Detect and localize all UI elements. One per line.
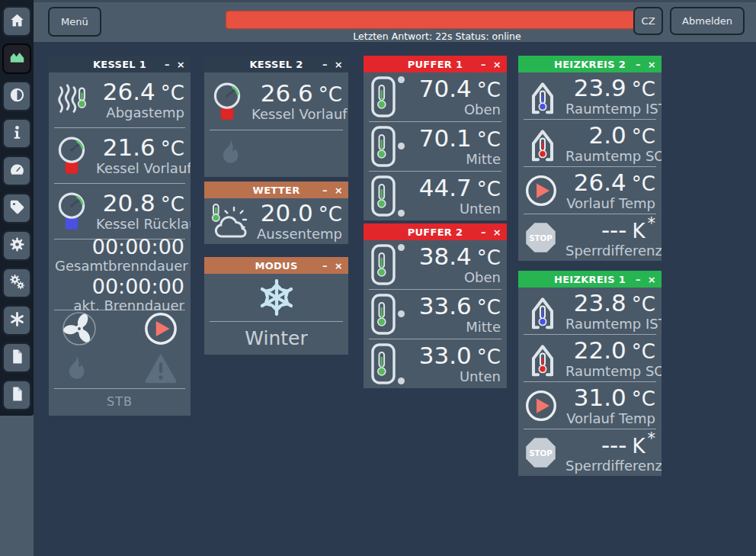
sensor-row: ---K*Sperrdifferenz — [518, 429, 662, 476]
sensor-value: --- — [601, 431, 627, 458]
sidebar-item-contrast[interactable] — [2, 81, 31, 111]
boiler-status-icons — [204, 130, 348, 176]
panel-title: PUFFER 1 — [408, 59, 463, 70]
stop-icon — [524, 436, 565, 469]
sensor-unit: °C — [477, 345, 501, 368]
sensor-label: Unten — [411, 370, 501, 384]
minimize-button[interactable]: – — [636, 59, 641, 69]
sensor-value: 26.6 — [261, 79, 313, 107]
sidebar-item-info[interactable] — [2, 118, 31, 149]
sensor-label: Oben — [411, 103, 501, 117]
panel-header[interactable]: HEIZKREIS 2 –× — [518, 56, 662, 72]
sensor-label: Kessel Rücklauf — [96, 217, 184, 231]
close-button[interactable]: × — [493, 227, 501, 237]
close-button[interactable]: × — [493, 59, 501, 69]
sidebar-item-dashboard[interactable] — [2, 156, 31, 186]
minimize-button[interactable]: – — [322, 261, 328, 271]
weather-icon — [210, 203, 256, 239]
panel-header[interactable]: WETTER –× — [204, 182, 348, 198]
sensor-row: 33.6°CMitte — [364, 290, 507, 339]
sidebar-item-system-settings[interactable] — [2, 268, 31, 298]
sensor-value: 38.4 — [419, 243, 472, 270]
sensor-label: Mitte — [411, 320, 501, 334]
pump-play-icon — [143, 311, 178, 349]
panel-header[interactable]: KESSEL 1 –× — [49, 56, 191, 72]
panel-header[interactable]: PUFFER 2 –× — [364, 223, 507, 240]
sensor-value: 20.8 — [103, 189, 155, 217]
panel-title: PUFFER 2 — [408, 227, 463, 238]
sensor-row: 33.0°CUnten — [364, 339, 507, 388]
fan-icon — [61, 310, 120, 350]
sensor-value: 22.0 — [574, 336, 626, 364]
menu-button[interactable]: Menü — [48, 7, 101, 37]
buffer-tank-bottom-icon — [370, 342, 411, 385]
house-thermometer-blue-icon — [524, 291, 565, 331]
sensor-unit: °C — [319, 83, 342, 106]
close-button[interactable]: × — [335, 261, 343, 271]
sidebar-item-overview[interactable] — [2, 43, 31, 74]
minimize-button[interactable]: – — [481, 59, 486, 69]
sensor-row: 21.6°CKessel Vorlauf — [49, 128, 191, 183]
response-progress-bar — [226, 11, 649, 29]
panel-heizkreis-2: HEIZKREIS 2 –× 23.9°CRaumtemp IST 2.0°CR… — [518, 56, 662, 261]
panel-wetter: WETTER –× 20.0°CAussentemp — [204, 182, 348, 244]
sidebar-item-log-2[interactable] — [2, 380, 31, 410]
sidebar-item-mode[interactable] — [2, 305, 31, 336]
sensor-label: Kessel Vorlauf — [96, 162, 184, 175]
sensor-label: Vorlauf Temp — [565, 197, 655, 211]
sensor-value: 70.1 — [419, 124, 472, 152]
sensor-label: Raumtemp IST — [565, 102, 655, 116]
contrast-icon — [9, 87, 25, 106]
boiler-gauge-red-icon — [55, 134, 96, 177]
tachometer-icon — [9, 162, 25, 181]
minimize-button[interactable]: – — [322, 185, 328, 195]
close-button[interactable]: × — [335, 185, 343, 195]
sensor-unit: °C — [632, 78, 655, 101]
sensor-row: 26.4°CAbgastemp — [49, 72, 191, 127]
sensor-unit: °C — [632, 172, 655, 195]
area-chart-icon — [9, 50, 25, 69]
panel-header[interactable]: HEIZKREIS 1 –× — [518, 271, 662, 288]
sensor-unit: °C — [161, 82, 184, 104]
close-button[interactable]: × — [648, 59, 656, 69]
burn-timers: 00:00:00 Gesamtbrenndauer 00:00:00 akt. … — [49, 239, 191, 310]
sensor-row: 38.4°COben — [364, 240, 507, 289]
minimize-button[interactable]: – — [636, 275, 641, 284]
language-button[interactable]: CZ — [633, 7, 663, 35]
close-button[interactable]: × — [177, 59, 185, 69]
dashboard-app: Menü Letzten Antwort: 22s Status: online… — [0, 0, 756, 556]
status-text: Letzten Antwort: 22s Status: online — [226, 31, 649, 42]
warning-icon — [143, 352, 178, 387]
exhaust-thermometer-icon — [55, 81, 96, 119]
sensor-footnote: * — [648, 429, 656, 448]
close-button[interactable]: × — [335, 59, 343, 69]
stop-icon — [524, 221, 565, 254]
home-icon — [9, 12, 25, 31]
sensor-unit: °C — [477, 79, 501, 101]
panel-title: MODUS — [255, 260, 297, 272]
close-button[interactable]: × — [648, 275, 656, 284]
sidebar-item-tags[interactable] — [2, 193, 31, 223]
panel-puffer-2: PUFFER 2 –× 38.4°COben 33.6°CMitte 33.0°… — [364, 223, 507, 388]
sensor-row: 44.7°CUnten — [364, 172, 507, 220]
panel-header[interactable]: PUFFER 1 –× — [364, 56, 507, 72]
sidebar-item-log-1[interactable] — [2, 342, 31, 373]
logout-button[interactable]: Abmelden — [670, 7, 745, 35]
panel-header[interactable]: MODUS –× — [204, 257, 348, 274]
panel-title: HEIZKREIS 2 — [554, 59, 626, 70]
gear-icon — [9, 236, 25, 256]
sensor-unit: K — [632, 220, 645, 243]
timer-value: 00:00:00 — [55, 275, 184, 298]
sidebar — [0, 0, 34, 556]
buffer-tank-bottom-icon — [370, 175, 411, 217]
minimize-button[interactable]: – — [165, 59, 170, 69]
sensor-value: 23.8 — [574, 289, 626, 317]
minimize-button[interactable]: – — [481, 227, 486, 237]
home-button[interactable] — [2, 6, 31, 37]
sidebar-item-settings[interactable] — [2, 230, 31, 261]
sensor-value: 21.6 — [103, 133, 155, 161]
house-thermometer-red-icon — [524, 339, 565, 378]
panel-header[interactable]: KESSEL 2 –× — [204, 56, 348, 72]
minimize-button[interactable]: – — [322, 59, 328, 69]
sensor-row: 26.4°CVorlauf Temp — [518, 167, 662, 214]
